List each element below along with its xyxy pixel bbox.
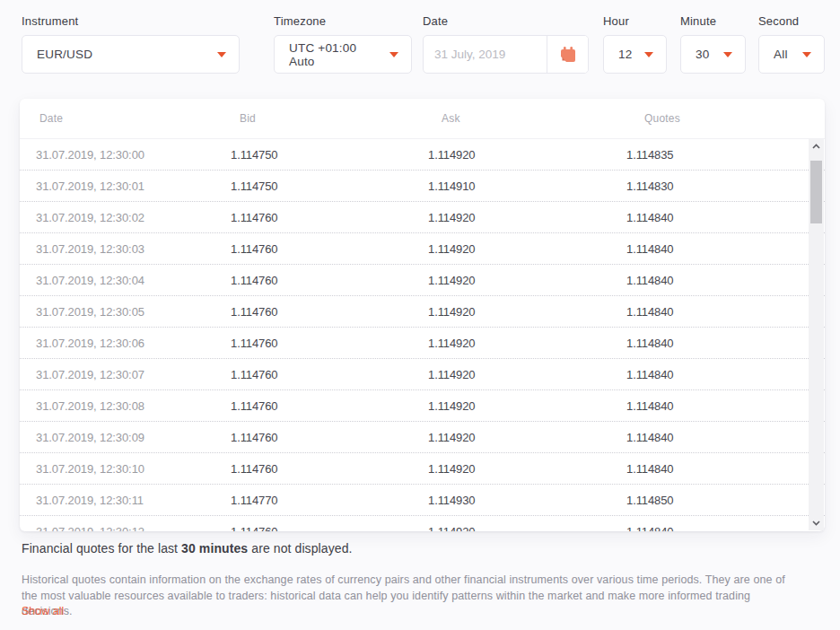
row-ask: 1.114930 bbox=[428, 494, 626, 507]
table-body: 31.07.2019, 12:30:001.1147501.1149201.11… bbox=[20, 139, 825, 531]
row-bid: 1.114760 bbox=[231, 242, 428, 256]
second-select[interactable]: All bbox=[758, 35, 825, 74]
row-quotes: 1.114835 bbox=[626, 148, 825, 162]
filter-hour: Hour 12 bbox=[603, 14, 667, 74]
row-quotes: 1.114840 bbox=[626, 431, 825, 444]
calendar-icon bbox=[557, 44, 579, 66]
filter-instrument: Instrument EUR/USD bbox=[22, 14, 240, 74]
row-ask: 1.114920 bbox=[428, 399, 626, 413]
row-ask: 1.114920 bbox=[428, 211, 626, 224]
table-row: 31.07.2019, 12:30:121.1147601.1149201.11… bbox=[20, 516, 825, 531]
row-quotes: 1.114840 bbox=[626, 305, 825, 319]
hour-label: Hour bbox=[603, 14, 667, 28]
row-ask: 1.114920 bbox=[428, 368, 626, 381]
second-value: All bbox=[774, 48, 788, 61]
row-ask: 1.114920 bbox=[428, 242, 626, 256]
table-row: 31.07.2019, 12:30:021.1147601.1149201.11… bbox=[20, 202, 825, 233]
table-row: 31.07.2019, 12:30:111.1147701.1149301.11… bbox=[20, 485, 825, 516]
historical-quotes-description: Historical quotes contain information on… bbox=[22, 573, 793, 620]
filter-minute: Minute 30 bbox=[680, 14, 746, 74]
date-input[interactable] bbox=[424, 36, 547, 73]
row-quotes: 1.114840 bbox=[626, 337, 825, 350]
scrollbar-thumb[interactable] bbox=[810, 161, 822, 223]
row-quotes: 1.114840 bbox=[626, 368, 825, 381]
row-bid: 1.114760 bbox=[231, 337, 428, 350]
date-label: Date bbox=[423, 14, 589, 28]
column-header-ask: Ask bbox=[428, 112, 626, 125]
row-date: 31.07.2019, 12:30:02 bbox=[20, 211, 231, 224]
row-date: 31.07.2019, 12:30:12 bbox=[20, 525, 231, 532]
instrument-select[interactable]: EUR/USD bbox=[22, 35, 240, 74]
row-bid: 1.114760 bbox=[231, 274, 428, 287]
row-quotes: 1.114850 bbox=[626, 494, 825, 507]
row-bid: 1.114750 bbox=[231, 179, 428, 193]
notice-suffix: are not displayed. bbox=[248, 541, 352, 556]
row-quotes: 1.114840 bbox=[626, 525, 825, 532]
notice-bold: 30 minutes bbox=[181, 541, 248, 556]
row-bid: 1.114760 bbox=[231, 211, 428, 224]
filter-second: Second All bbox=[758, 14, 825, 74]
chevron-down-icon bbox=[812, 521, 820, 526]
row-date: 31.07.2019, 12:30:07 bbox=[20, 368, 231, 381]
row-bid: 1.114760 bbox=[231, 305, 428, 319]
filter-date: Date bbox=[423, 14, 589, 74]
column-header-quotes: Quotes bbox=[626, 112, 825, 125]
quotes-notice: Financial quotes for the last 30 minutes… bbox=[22, 541, 353, 556]
row-bid: 1.114760 bbox=[231, 399, 428, 413]
row-date: 31.07.2019, 12:30:05 bbox=[20, 305, 231, 319]
row-date: 31.07.2019, 12:30:10 bbox=[20, 462, 231, 476]
filter-timezone: Timezone UTC +01:00 Auto bbox=[274, 14, 412, 74]
row-quotes: 1.114840 bbox=[626, 242, 825, 256]
row-bid: 1.114750 bbox=[231, 148, 428, 162]
timezone-value: UTC +01:00 Auto bbox=[289, 41, 382, 68]
row-ask: 1.114920 bbox=[428, 274, 626, 287]
row-bid: 1.114760 bbox=[231, 462, 428, 476]
show-all-link[interactable]: Show all bbox=[22, 605, 64, 617]
row-bid: 1.114760 bbox=[231, 431, 428, 444]
hour-value: 12 bbox=[618, 48, 632, 61]
row-quotes: 1.114840 bbox=[626, 462, 825, 476]
row-ask: 1.114920 bbox=[428, 525, 626, 532]
table-row: 31.07.2019, 12:30:011.1147501.1149101.11… bbox=[20, 171, 825, 202]
row-ask: 1.114920 bbox=[428, 462, 626, 476]
instrument-value: EUR/USD bbox=[37, 48, 92, 61]
row-ask: 1.114910 bbox=[428, 179, 626, 193]
row-date: 31.07.2019, 12:30:06 bbox=[20, 337, 231, 350]
minute-label: Minute bbox=[680, 14, 746, 28]
row-ask: 1.114920 bbox=[428, 337, 626, 350]
second-label: Second bbox=[758, 14, 825, 28]
chevron-down-icon bbox=[389, 52, 398, 57]
chevron-down-icon bbox=[217, 52, 226, 57]
row-quotes: 1.114840 bbox=[626, 211, 825, 224]
row-date: 31.07.2019, 12:30:11 bbox=[20, 494, 231, 507]
chevron-down-icon bbox=[644, 52, 653, 57]
timezone-label: Timezone bbox=[274, 14, 412, 28]
scroll-up-button[interactable] bbox=[809, 139, 824, 153]
table-row: 31.07.2019, 12:30:061.1147601.1149201.11… bbox=[20, 328, 825, 359]
column-header-date: Date bbox=[20, 112, 231, 125]
table-row: 31.07.2019, 12:30:081.1147601.1149201.11… bbox=[20, 390, 825, 422]
chevron-down-icon bbox=[802, 52, 811, 57]
row-quotes: 1.114840 bbox=[626, 399, 825, 413]
row-quotes: 1.114830 bbox=[626, 179, 825, 193]
instrument-label: Instrument bbox=[22, 14, 240, 28]
table-row: 31.07.2019, 12:30:041.1147601.1149201.11… bbox=[20, 265, 825, 296]
row-date: 31.07.2019, 12:30:04 bbox=[20, 274, 231, 287]
row-bid: 1.114770 bbox=[231, 494, 428, 507]
table-row: 31.07.2019, 12:30:071.1147601.1149201.11… bbox=[20, 359, 825, 390]
table-row: 31.07.2019, 12:30:051.1147601.1149201.11… bbox=[20, 296, 825, 328]
scrollbar[interactable] bbox=[809, 139, 824, 530]
row-ask: 1.114920 bbox=[428, 305, 626, 319]
minute-value: 30 bbox=[696, 48, 709, 61]
table-row: 31.07.2019, 12:30:091.1147601.1149201.11… bbox=[20, 422, 825, 453]
scroll-down-button[interactable] bbox=[809, 516, 824, 530]
row-bid: 1.114760 bbox=[231, 368, 428, 381]
calendar-button[interactable] bbox=[547, 36, 588, 73]
row-ask: 1.114920 bbox=[428, 431, 626, 444]
chevron-down-icon bbox=[723, 52, 732, 57]
table-header-row: Date Bid Ask Quotes bbox=[20, 99, 825, 139]
minute-select[interactable]: 30 bbox=[680, 35, 746, 74]
timezone-select[interactable]: UTC +01:00 Auto bbox=[274, 35, 412, 74]
hour-select[interactable]: 12 bbox=[603, 35, 667, 74]
column-header-bid: Bid bbox=[231, 112, 428, 125]
